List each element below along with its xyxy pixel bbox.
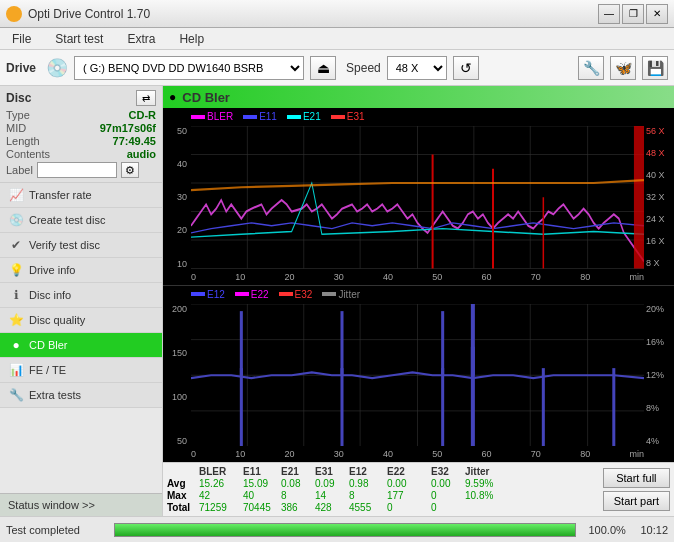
status-bar: Test completed 100.0% 10:12 <box>0 516 674 542</box>
disc-title: Disc <box>6 91 31 105</box>
legend-e12: E12 <box>191 289 225 300</box>
bottom-y-axis-right: 20% 16% 12% 8% 4% <box>644 304 674 447</box>
chart-title: CD Bler <box>182 90 230 105</box>
disc-quality-icon: ⭐ <box>8 313 24 327</box>
bottom-chart-svg <box>191 304 644 447</box>
stats-data: BLER E11 E21 E31 E12 E22 E32 Jitter Avg … <box>163 463 599 516</box>
y-label-50: 50 <box>177 126 187 136</box>
verify-test-disc-icon: ✔ <box>8 238 24 252</box>
e22-label: E22 <box>251 289 269 300</box>
progress-bar <box>114 523 576 537</box>
cd-bler-header-icon: ● <box>169 90 176 104</box>
type-value: CD-R <box>129 109 157 121</box>
nav-label-disc-info: Disc info <box>29 289 71 301</box>
nav-label-cd-bler: CD Bler <box>29 339 68 351</box>
nav-item-drive-info[interactable]: 💡 Drive info <box>0 258 162 283</box>
menu-extra[interactable]: Extra <box>119 30 163 48</box>
jitter-label: Jitter <box>338 289 360 300</box>
e21-color <box>287 115 301 119</box>
nav-item-extra-tests[interactable]: 🔧 Extra tests <box>0 383 162 408</box>
nav-item-fe-te[interactable]: 📊 FE / TE <box>0 358 162 383</box>
length-value: 77:49.45 <box>113 135 156 147</box>
fe-te-icon: 📊 <box>8 363 24 377</box>
jitter-color <box>322 292 336 296</box>
start-full-button[interactable]: Start full <box>603 468 670 488</box>
legend-e22: E22 <box>235 289 269 300</box>
start-part-button[interactable]: Start part <box>603 491 670 511</box>
nav-label-disc-quality: Disc quality <box>29 314 85 326</box>
left-panel: Disc ⇄ Type CD-R MID 97m17s06f Length 77… <box>0 86 163 516</box>
nav-label-drive-info: Drive info <box>29 264 75 276</box>
stats-row-max: Max 42 40 8 14 8 177 0 10.8% <box>167 490 595 501</box>
nav-item-create-test-disc[interactable]: 💿 Create test disc <box>0 208 162 233</box>
main-content: Disc ⇄ Type CD-R MID 97m17s06f Length 77… <box>0 86 674 516</box>
app-title: Opti Drive Control 1.70 <box>28 7 150 21</box>
legend-e11: E11 <box>243 111 277 122</box>
status-time: 10:12 <box>640 524 668 536</box>
drive-select[interactable]: ( G:) BENQ DVD DD DW1640 BSRB <box>74 56 304 80</box>
menu-file[interactable]: File <box>4 30 39 48</box>
bottom-y-axis-left: 200 150 100 50 <box>163 304 191 447</box>
legend-e21: E21 <box>287 111 321 122</box>
restore-button[interactable]: ❐ <box>622 4 644 24</box>
e32-label: E32 <box>295 289 313 300</box>
e31-color <box>331 115 345 119</box>
e31-label: E31 <box>347 111 365 122</box>
label-input[interactable] <box>37 162 117 178</box>
bottom-x-axis: 0 10 20 30 40 50 60 70 80 min <box>191 446 644 462</box>
disc-label-row: Label ⚙ <box>6 162 156 178</box>
mid-value: 97m17s06f <box>100 122 156 134</box>
save-button[interactable]: 💾 <box>642 56 668 80</box>
type-key: Type <box>6 109 30 121</box>
legend-e31: E31 <box>331 111 365 122</box>
y-label-30: 30 <box>177 192 187 202</box>
settings-button[interactable]: 🔧 <box>578 56 604 80</box>
length-key: Length <box>6 135 40 147</box>
app-icon <box>6 6 22 22</box>
contents-value: audio <box>127 148 156 160</box>
top-chart: BLER E11 E21 E31 <box>163 108 674 285</box>
nav-label-verify-test-disc: Verify test disc <box>29 239 100 251</box>
drive-label: Drive <box>6 61 36 75</box>
menu-bar: File Start test Extra Help <box>0 28 674 50</box>
y-label-20: 20 <box>177 225 187 235</box>
svg-rect-16 <box>634 126 644 269</box>
disc-type-row: Type CD-R <box>6 109 156 121</box>
status-window-item[interactable]: Status window >> <box>0 493 162 516</box>
bler-label: BLER <box>207 111 233 122</box>
transfer-rate-icon: 📈 <box>8 188 24 202</box>
progress-pct: 100.0% <box>588 524 628 536</box>
nav-item-transfer-rate[interactable]: 📈 Transfer rate <box>0 183 162 208</box>
nav-item-disc-info[interactable]: ℹ Disc info <box>0 283 162 308</box>
y-label-10: 10 <box>177 259 187 269</box>
y-right-16x: 16 X <box>646 236 665 246</box>
label-key: Label <box>6 164 33 176</box>
e32-color <box>279 292 293 296</box>
speed-label: Speed <box>346 61 381 75</box>
eject-button[interactable]: ⏏ <box>310 56 336 80</box>
nav-item-cd-bler[interactable]: ● CD Bler <box>0 333 162 358</box>
refresh-button[interactable]: ↺ <box>453 56 479 80</box>
info-button[interactable]: 🦋 <box>610 56 636 80</box>
label-settings-button[interactable]: ⚙ <box>121 162 139 178</box>
e12-label: E12 <box>207 289 225 300</box>
bler-color <box>191 115 205 119</box>
minimize-button[interactable]: — <box>598 4 620 24</box>
e11-label: E11 <box>259 111 277 122</box>
y-right-8x: 8 X <box>646 258 660 268</box>
nav-item-disc-quality[interactable]: ⭐ Disc quality <box>0 308 162 333</box>
y-right-56x: 56 X <box>646 126 665 136</box>
speed-select[interactable]: 48 X <box>387 56 447 80</box>
nav-label-transfer-rate: Transfer rate <box>29 189 92 201</box>
nav-item-verify-test-disc[interactable]: ✔ Verify test disc <box>0 233 162 258</box>
disc-eject-button[interactable]: ⇄ <box>136 90 156 106</box>
disc-mid-row: MID 97m17s06f <box>6 122 156 134</box>
close-button[interactable]: ✕ <box>646 4 668 24</box>
drive-icon: 💿 <box>46 57 68 79</box>
menu-start-test[interactable]: Start test <box>47 30 111 48</box>
nav-label-fe-te: FE / TE <box>29 364 66 376</box>
disc-contents-row: Contents audio <box>6 148 156 160</box>
menu-help[interactable]: Help <box>171 30 212 48</box>
create-test-disc-icon: 💿 <box>8 213 24 227</box>
status-window-label: Status window >> <box>8 499 95 511</box>
